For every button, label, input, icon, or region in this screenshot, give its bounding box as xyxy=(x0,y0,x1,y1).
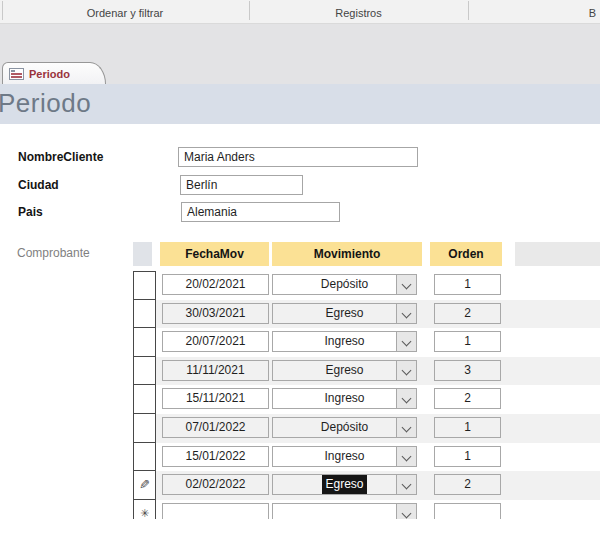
chevron-down-icon xyxy=(402,280,412,290)
fechamov-field[interactable]: 02/02/2022 xyxy=(162,474,269,495)
movimiento-selected-text: Egreso xyxy=(322,475,366,494)
combo-dropdown-button[interactable] xyxy=(396,504,416,519)
fechamov-field[interactable]: 20/07/2021 xyxy=(162,331,269,352)
new-record-row: ✳ xyxy=(133,500,600,519)
form-icon xyxy=(9,68,24,80)
combo-dropdown-button[interactable] xyxy=(396,275,416,294)
nombrecliente-field[interactable]: Maria Anders xyxy=(178,147,418,167)
column-header-orden[interactable]: Orden xyxy=(430,242,502,266)
combo-dropdown-button[interactable] xyxy=(396,447,416,466)
table-row: 15/11/2021 Ingreso 2 xyxy=(133,385,600,414)
column-header-fechamov[interactable]: FechaMov xyxy=(160,242,269,266)
table-row: 30/03/2021 Egreso 2 xyxy=(133,300,600,329)
form-title: Periodo xyxy=(0,88,91,119)
ribbon-group-registros: Registros xyxy=(250,0,467,23)
combo-dropdown-button[interactable] xyxy=(396,389,416,408)
movimiento-value: Depósito xyxy=(319,418,370,437)
record-selector[interactable] xyxy=(133,385,156,414)
fechamov-field[interactable]: 20/02/2021 xyxy=(162,274,269,295)
record-selector[interactable] xyxy=(133,271,156,300)
orden-field[interactable]: 2 xyxy=(434,388,501,409)
table-row: 20/07/2021 Ingreso 1 xyxy=(133,328,600,357)
edit-pencil-icon: ✎ xyxy=(139,478,150,491)
combo-dropdown-button[interactable] xyxy=(396,475,416,494)
movimiento-combo[interactable]: Egreso xyxy=(272,360,417,381)
column-header-movimiento[interactable]: Movimiento xyxy=(272,242,422,266)
combo-dropdown-button[interactable] xyxy=(396,418,416,437)
label-pais: Pais xyxy=(18,205,43,219)
movimiento-value: Depósito xyxy=(319,275,370,294)
chevron-down-icon xyxy=(402,337,412,347)
movimiento-combo[interactable]: Ingreso xyxy=(272,331,417,352)
movimiento-combo[interactable]: Egreso xyxy=(272,303,417,324)
comprobante-datasheet: FechaMov Movimiento Orden 20/02/2021 Dep… xyxy=(133,242,600,519)
chevron-down-icon xyxy=(402,480,412,490)
chevron-down-icon xyxy=(402,365,412,375)
table-row-editing: ✎ 02/02/2022 Egreso 2 xyxy=(133,471,600,500)
datasheet-header-filler xyxy=(515,242,600,266)
record-selector[interactable] xyxy=(133,328,156,357)
orden-field[interactable]: 2 xyxy=(434,303,501,324)
movimiento-combo[interactable]: Ingreso xyxy=(272,388,417,409)
movimiento-value: Egreso xyxy=(323,304,365,323)
fechamov-field[interactable]: 15/11/2021 xyxy=(162,388,269,409)
label-nombrecliente: NombreCliente xyxy=(18,150,103,164)
orden-field[interactable]: 3 xyxy=(434,360,501,381)
record-selector[interactable] xyxy=(133,443,156,472)
ribbon-group-ordenar-y-filtrar: Ordenar y filtrar xyxy=(2,0,248,23)
combo-dropdown-button[interactable] xyxy=(396,361,416,380)
fechamov-field[interactable]: 07/01/2022 xyxy=(162,417,269,438)
movimiento-combo[interactable]: Depósito xyxy=(272,274,417,295)
movimiento-combo-active[interactable]: Egreso xyxy=(272,474,417,495)
fechamov-field-empty[interactable] xyxy=(162,503,269,519)
new-record-selector[interactable]: ✳ xyxy=(133,500,156,519)
movimiento-combo[interactable]: Depósito xyxy=(272,417,417,438)
fechamov-field[interactable]: 30/03/2021 xyxy=(162,303,269,324)
orden-field[interactable]: 1 xyxy=(434,417,501,438)
chevron-down-icon xyxy=(402,508,412,518)
orden-field[interactable]: 1 xyxy=(434,331,501,352)
ribbon-separator xyxy=(468,1,469,20)
ribbon-group-buscar-clipped: B xyxy=(470,0,600,23)
table-row: 20/02/2021 Depósito 1 xyxy=(133,271,600,300)
movimiento-combo[interactable]: Ingreso xyxy=(272,446,417,467)
ribbon-strip: Ordenar y filtrar Registros B xyxy=(0,0,600,24)
table-row: 15/01/2022 Ingreso 1 xyxy=(133,443,600,472)
chevron-down-icon xyxy=(402,394,412,404)
movimiento-value: Egreso xyxy=(323,361,365,380)
orden-field[interactable]: 1 xyxy=(434,274,501,295)
datasheet-header-row: FechaMov Movimiento Orden xyxy=(133,242,600,266)
orden-field[interactable]: 1 xyxy=(434,446,501,467)
movimiento-combo-empty[interactable] xyxy=(272,503,417,519)
chevron-down-icon xyxy=(402,451,412,461)
new-record-icon: ✳ xyxy=(140,508,149,519)
combo-dropdown-button[interactable] xyxy=(396,304,416,323)
tab-label: Periodo xyxy=(29,68,70,80)
movimiento-value: Ingreso xyxy=(322,447,366,466)
combo-dropdown-button[interactable] xyxy=(396,332,416,351)
movimiento-value: Ingreso xyxy=(322,332,366,351)
record-selector-header[interactable] xyxy=(133,242,152,266)
movimiento-value: Ingreso xyxy=(322,389,366,408)
record-selector[interactable] xyxy=(133,300,156,329)
table-row: 11/11/2021 Egreso 3 xyxy=(133,357,600,386)
record-selector[interactable] xyxy=(133,414,156,443)
tab-periodo[interactable]: Periodo xyxy=(2,62,106,84)
orden-field[interactable]: 2 xyxy=(434,474,501,495)
label-comprobante: Comprobante xyxy=(17,246,90,260)
fechamov-field[interactable]: 11/11/2021 xyxy=(162,360,269,381)
record-selector[interactable] xyxy=(133,357,156,386)
pais-field[interactable]: Alemania xyxy=(181,202,340,222)
chevron-down-icon xyxy=(402,423,412,433)
orden-field-empty[interactable] xyxy=(434,503,501,519)
table-row: 07/01/2022 Depósito 1 xyxy=(133,414,600,443)
label-ciudad: Ciudad xyxy=(18,178,59,192)
record-selector-editing[interactable]: ✎ xyxy=(133,471,156,500)
fechamov-field[interactable]: 15/01/2022 xyxy=(162,446,269,467)
ciudad-field[interactable]: Berlín xyxy=(180,175,303,195)
chevron-down-icon xyxy=(402,308,412,318)
